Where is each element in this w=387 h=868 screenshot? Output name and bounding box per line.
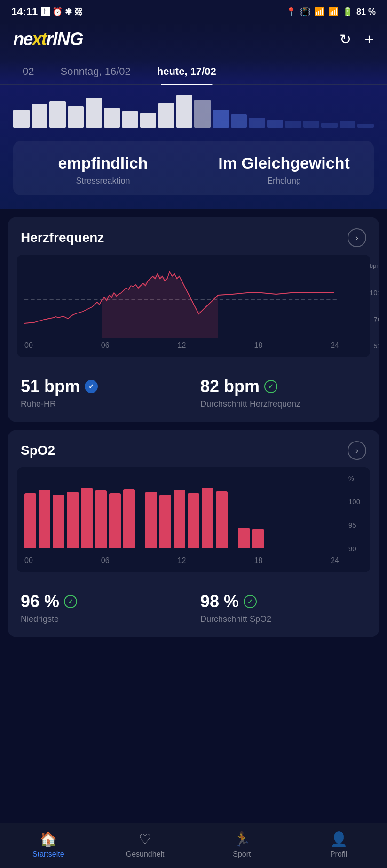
date-tab-today[interactable]: heute, 17/02 <box>144 59 229 84</box>
activity-bar <box>267 120 284 128</box>
activity-bar <box>285 121 301 128</box>
heart-rate-x-labels: 00 06 12 18 24 <box>24 338 339 350</box>
stress-label: Stressreaktion <box>23 176 183 186</box>
recovery-label: Erholung <box>204 176 364 186</box>
svg-marker-1 <box>102 274 218 338</box>
activity-bar <box>122 111 138 128</box>
activity-section: empfindlich Stressreaktion Im Gleichgewi… <box>0 85 387 209</box>
resting-hr-label: Ruhe-HR <box>21 399 187 409</box>
avg-spo2-stat: 98 % ✓ Durchschnitt SpO2 <box>187 592 366 624</box>
refresh-button[interactable]: ↻ <box>340 31 351 48</box>
battery-icon: 🔋 <box>342 7 353 17</box>
home-icon: 🏠 <box>39 831 57 847</box>
heart-rate-svg <box>24 262 339 338</box>
lowest-spo2-label: Niedrigste <box>21 614 187 624</box>
heart-rate-title: Herzfrequenz <box>21 230 104 245</box>
activity-bar <box>68 106 84 128</box>
spo2-stats: 96 % ✓ Niedrigste 98 % ✓ Durchschnitt Sp… <box>8 582 379 637</box>
avg-hr-label: Durchschnitt Herzfrequenz <box>200 399 366 409</box>
add-button[interactable]: + <box>364 30 374 48</box>
activity-bar <box>104 108 120 128</box>
spo2-x-labels: 00 06 12 18 24 <box>24 553 339 565</box>
date-tab-prev[interactable]: Sonntag, 16/02 <box>47 59 143 84</box>
avg-hr-icon: ✓ <box>264 380 277 393</box>
activity-bar <box>158 103 174 128</box>
heart-rate-card: Herzfrequenz › 00 06 12 18 24 <box>8 217 379 422</box>
stress-item: empfindlich Stressreaktion <box>13 141 193 195</box>
alarm-icon: ⏰ <box>52 7 63 17</box>
activity-bar <box>321 123 338 128</box>
status-bar: 14:11 🅽 ⏰ ✱ ⛓ 📍 📳 📶 📶 🔋 81 % <box>0 0 387 22</box>
spo2-chart-area: % 100 95 90 <box>24 475 339 553</box>
avg-hr-stat: 82 bpm ✓ Durchschnitt Herzfrequenz <box>187 377 366 409</box>
lowest-spo2-icon: ✓ <box>64 595 77 608</box>
nav-sport[interactable]: 🏃 Sport <box>218 831 265 859</box>
activity-bar <box>231 114 247 128</box>
activity-bar <box>13 110 30 128</box>
heart-rate-nav-button[interactable]: › <box>348 228 366 247</box>
resting-hr-stat: 51 bpm ✓ Ruhe-HR <box>21 377 187 409</box>
nav-home-label: Startseite <box>32 850 64 859</box>
resting-hr-value: 51 bpm ✓ <box>21 377 187 396</box>
avg-hr-value: 82 bpm ✓ <box>200 377 366 396</box>
status-time: 14:11 <box>11 6 38 18</box>
avg-spo2-icon: ✓ <box>244 595 257 608</box>
spo2-nav-button[interactable]: › <box>348 441 366 460</box>
nav-profile[interactable]: 👤 Profil <box>315 831 362 859</box>
activity-bar <box>32 104 48 128</box>
wifi-icon: 📶 <box>314 7 324 17</box>
spo2-header: SpO2 › <box>8 430 379 467</box>
activity-bar <box>303 121 320 128</box>
battery-percent: 81 % <box>356 7 376 17</box>
spo2-chart-wrapper: % 100 95 90 <box>24 475 363 565</box>
spo2-y-labels: % 100 95 90 <box>348 475 360 553</box>
heart-rate-header: Herzfrequenz › <box>8 217 379 255</box>
status-right: 📍 📳 📶 📶 🔋 81 % <box>286 7 376 17</box>
avg-spo2-value: 98 % ✓ <box>200 592 366 611</box>
resting-hr-icon: ✓ <box>85 380 98 393</box>
activity-bar <box>140 113 157 128</box>
heart-rate-stats: 51 bpm ✓ Ruhe-HR 82 bpm ✓ Durchschnitt H… <box>8 367 379 422</box>
lowest-spo2-stat: 96 % ✓ Niedrigste <box>21 592 187 624</box>
spo2-chart-container: % 100 95 90 <box>17 467 370 572</box>
logo: ne xt rING <box>13 29 83 49</box>
nav-health-label: Gesundheit <box>126 850 165 859</box>
activity-bars <box>13 95 374 128</box>
bluetooth-icon: ✱ <box>65 7 72 17</box>
stress-value: empfindlich <box>23 154 183 172</box>
nfc-icon: 🅽 <box>41 7 50 17</box>
avg-spo2-label: Durchschnitt SpO2 <box>200 614 366 624</box>
status-icons: 🅽 ⏰ ✱ ⛓ <box>41 7 83 17</box>
location-icon: 📍 <box>286 7 296 17</box>
spo2-title: SpO2 <box>21 443 55 458</box>
stress-panel: empfindlich Stressreaktion Im Gleichgewi… <box>13 141 374 195</box>
header-icons: ↻ + <box>340 30 374 48</box>
nav-home[interactable]: 🏠 Startseite <box>25 831 72 859</box>
nav-sport-label: Sport <box>233 850 251 859</box>
activity-bar <box>86 98 102 128</box>
bottom-nav: 🏠 Startseite ♡ Gesundheit 🏃 Sport 👤 Prof… <box>0 823 387 868</box>
recovery-value: Im Gleichgewicht <box>204 154 364 172</box>
nav-health[interactable]: ♡ Gesundheit <box>122 831 169 859</box>
nav-profile-label: Profil <box>330 850 347 859</box>
activity-bar <box>194 100 211 128</box>
activity-bar <box>357 124 374 128</box>
activity-bar <box>249 118 265 128</box>
spo2-card: SpO2 › % 100 95 90 <box>8 430 379 637</box>
activity-bar <box>176 95 193 128</box>
spo2-reference-line <box>24 506 339 506</box>
activity-bar <box>340 121 356 128</box>
heart-rate-chart-area <box>24 262 339 338</box>
date-tab-prev-prev[interactable]: 02 <box>9 59 47 84</box>
bpm-unit: bpm <box>370 262 379 269</box>
health-icon: ♡ <box>139 831 151 847</box>
recovery-item: Im Gleichgewicht Erholung <box>194 141 374 195</box>
lowest-spo2-value: 96 % ✓ <box>21 592 187 611</box>
activity-bar <box>213 110 229 128</box>
signal-icon: 📶 <box>328 7 339 17</box>
heart-rate-y-labels: bpm 101 76 51 <box>370 262 379 350</box>
profile-icon: 👤 <box>330 831 348 847</box>
date-tabs: 02 Sonntag, 16/02 heute, 17/02 <box>0 59 387 85</box>
vibrate-icon: 📳 <box>300 7 310 17</box>
link-icon: ⛓ <box>74 7 83 17</box>
